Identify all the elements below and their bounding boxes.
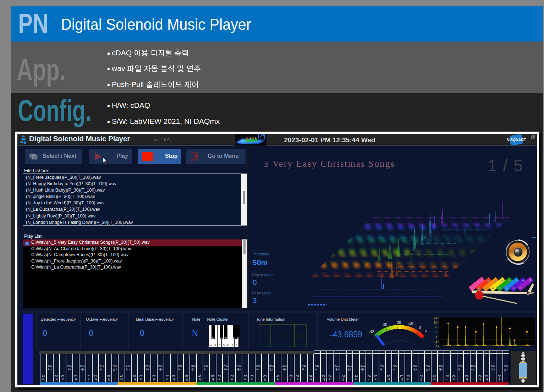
svg-text:12: 12 [434, 318, 437, 319]
svg-text:-10: -10 [408, 321, 413, 325]
svg-text:0: 0 [419, 325, 421, 330]
svg-text:10: 10 [434, 321, 437, 324]
svg-text:-42: -42 [369, 330, 374, 334]
svg-text:8: 8 [435, 325, 437, 329]
svg-text:0: 0 [435, 344, 437, 348]
svg-text:NISQUARE: NISQUARE [507, 138, 526, 142]
svg-text:-20: -20 [396, 320, 401, 325]
svg-text:6: 6 [435, 330, 437, 334]
svg-text:6: 6 [425, 329, 427, 333]
svg-text:2: 2 [435, 340, 437, 343]
svg-text:4: 4 [435, 335, 437, 338]
svg-text:-30: -30 [382, 322, 387, 326]
